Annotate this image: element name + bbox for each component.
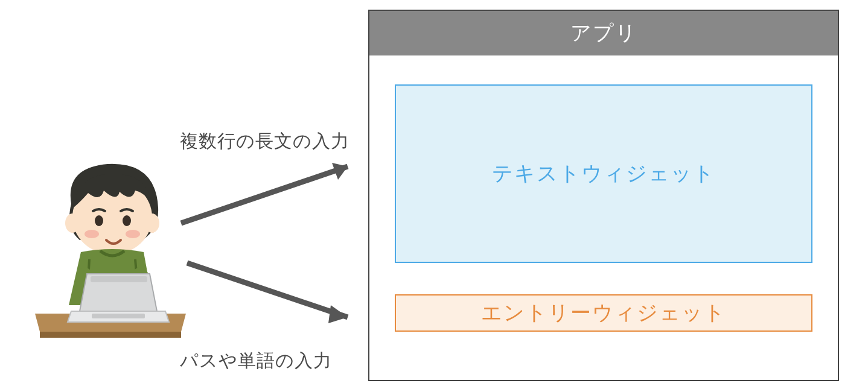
- entry-widget[interactable]: エントリーウィジェット: [395, 294, 812, 332]
- text-widget-label: テキストウィジェット: [492, 160, 715, 188]
- svg-point-3: [95, 215, 103, 226]
- entry-widget-label: エントリーウィジェット: [481, 299, 726, 327]
- svg-line-11: [181, 166, 348, 223]
- multiline-input-label: 複数行の長文の入力: [180, 129, 349, 154]
- user-at-laptop-icon: [29, 156, 192, 344]
- text-widget[interactable]: テキストウィジェット: [395, 84, 812, 263]
- svg-point-1: [65, 213, 80, 233]
- app-title: アプリ: [570, 19, 637, 47]
- arrow-to-text-widget: [181, 163, 348, 223]
- app-window: アプリ テキストウィジェット エントリーウィジェット: [368, 10, 839, 381]
- svg-point-6: [126, 230, 140, 238]
- svg-point-2: [145, 213, 159, 233]
- app-body: テキストウィジェット エントリーウィジェット: [369, 55, 838, 344]
- svg-point-5: [85, 230, 99, 238]
- singleline-input-label: パスや単語の入力: [180, 349, 332, 373]
- svg-rect-10: [92, 314, 145, 318]
- app-titlebar: アプリ: [369, 11, 838, 55]
- svg-point-4: [123, 215, 131, 226]
- svg-line-13: [187, 263, 348, 317]
- arrow-to-entry-widget: [187, 263, 348, 323]
- svg-rect-9: [91, 276, 147, 282]
- arrows-group: [169, 151, 374, 350]
